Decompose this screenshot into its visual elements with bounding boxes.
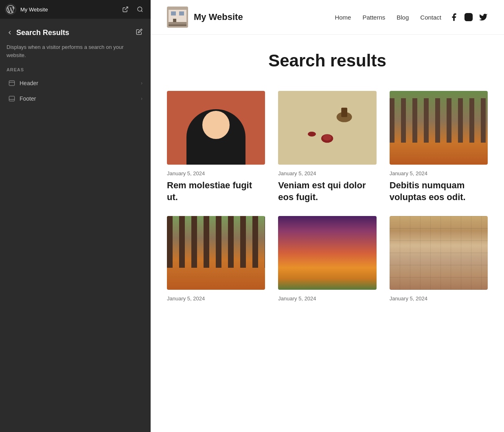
svg-rect-12 <box>173 19 176 22</box>
edit-button[interactable] <box>134 27 144 38</box>
search-icon <box>137 6 143 13</box>
logo-image <box>167 7 188 28</box>
svg-rect-13 <box>169 22 186 24</box>
nav-home[interactable]: Home <box>335 14 351 21</box>
area-item-header[interactable]: Header › <box>2 75 149 91</box>
header-icon <box>8 79 15 87</box>
external-link-icon <box>122 6 129 13</box>
search-button[interactable] <box>134 4 146 15</box>
areas-label: AREAS <box>0 67 151 75</box>
facebook-icon[interactable] <box>449 13 458 22</box>
nav-patterns[interactable]: Patterns <box>362 14 385 21</box>
areas-list: Header › Footer › <box>0 75 151 106</box>
posts-grid: January 5, 2024 Rem molestiae fugit ut. … <box>167 91 488 305</box>
post-date-1: January 5, 2024 <box>167 170 265 176</box>
sidebar-description: Displays when a visitor performs a searc… <box>0 43 151 67</box>
post-card-6: January 5, 2024 <box>390 216 488 305</box>
post-title-2[interactable]: Veniam est qui dolor eos fugit. <box>278 180 376 203</box>
footer-icon <box>8 95 15 102</box>
back-button[interactable] <box>7 29 13 36</box>
footer-label: Footer <box>20 95 141 102</box>
post-image-2[interactable] <box>278 91 376 165</box>
twitter-icon[interactable] <box>479 13 488 22</box>
nav-contact[interactable]: Contact <box>420 14 441 21</box>
post-card-4: January 5, 2024 <box>167 216 265 305</box>
svg-rect-4 <box>9 81 14 86</box>
topbar-site-name: My Website <box>20 7 116 13</box>
sidebar-header: Search Results <box>0 19 151 43</box>
site-logo-area: My Website <box>167 7 243 28</box>
topbar-icons <box>120 4 146 15</box>
svg-point-17 <box>471 15 471 15</box>
sidebar-title: Search Results <box>16 29 134 37</box>
svg-rect-18 <box>278 91 376 164</box>
post-image-3[interactable] <box>390 91 488 165</box>
post-card-1: January 5, 2024 Rem molestiae fugit ut. <box>167 91 265 203</box>
chevron-right-icon: › <box>141 80 142 86</box>
post-date-6: January 5, 2024 <box>390 295 488 302</box>
svg-rect-11 <box>179 11 184 15</box>
post-image-4[interactable] <box>167 216 265 290</box>
svg-line-1 <box>125 7 128 10</box>
post-date-3: January 5, 2024 <box>390 170 488 176</box>
sidebar-top-bar: My Website <box>0 0 151 19</box>
svg-point-22 <box>323 134 331 141</box>
post-date-4: January 5, 2024 <box>167 295 265 302</box>
post-image-6[interactable] <box>390 216 488 290</box>
page-title: Search results <box>167 51 488 71</box>
edit-icon <box>136 29 142 35</box>
nav-blog[interactable]: Blog <box>397 14 409 21</box>
post-card-3: January 5, 2024 Debitis numquam voluptas… <box>390 91 488 203</box>
wax-seal-svg <box>278 91 376 165</box>
sidebar: My Website Search Result <box>0 0 151 432</box>
external-link-button[interactable] <box>120 4 131 15</box>
page-content: Search results January 5, 2024 Rem moles… <box>151 35 504 329</box>
svg-rect-6 <box>9 96 14 101</box>
chevron-right-icon-2: › <box>141 96 142 101</box>
header-label: Header <box>20 80 141 86</box>
post-card-5: January 5, 2024 <box>278 216 376 305</box>
svg-line-3 <box>141 11 142 12</box>
site-logo <box>167 7 188 28</box>
chevron-left-icon <box>7 29 13 36</box>
area-item-footer[interactable]: Footer › <box>2 91 149 106</box>
svg-rect-10 <box>171 11 176 15</box>
post-title-1[interactable]: Rem molestiae fugit ut. <box>167 180 265 203</box>
post-card-2: January 5, 2024 Veniam est qui dolor eos… <box>278 91 376 203</box>
svg-rect-20 <box>342 108 348 117</box>
main-content: My Website Home Patterns Blog Contact <box>151 0 504 432</box>
post-image-1[interactable] <box>167 91 265 165</box>
post-title-3[interactable]: Debitis numquam voluptas eos odit. <box>390 180 488 203</box>
site-nav: Home Patterns Blog Contact <box>335 14 441 21</box>
site-name: My Website <box>194 12 243 22</box>
svg-point-2 <box>138 7 142 11</box>
post-date-2: January 5, 2024 <box>278 170 376 176</box>
post-image-5[interactable] <box>278 216 376 290</box>
svg-point-16 <box>467 15 470 18</box>
svg-rect-14 <box>169 24 186 26</box>
wordpress-logo[interactable] <box>5 4 16 15</box>
instagram-icon[interactable] <box>464 13 473 22</box>
post-date-5: January 5, 2024 <box>278 295 376 302</box>
site-header: My Website Home Patterns Blog Contact <box>151 0 504 35</box>
social-icons <box>449 13 488 22</box>
